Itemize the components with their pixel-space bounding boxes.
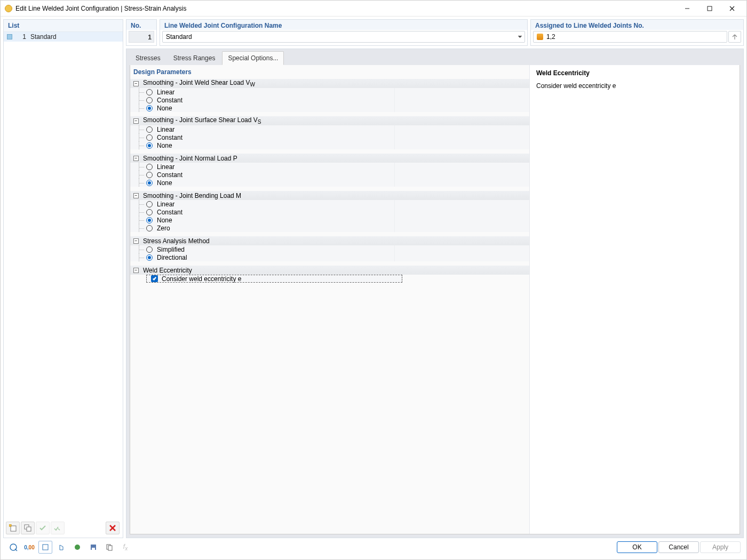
group-header-m[interactable]: − Smoothing - Joint Bending Load M: [130, 191, 529, 200]
option-p-none[interactable]: None: [130, 179, 529, 187]
option-method-simplified[interactable]: Simplified: [130, 245, 529, 253]
option-p-constant[interactable]: Constant: [130, 171, 529, 179]
option-m-zero[interactable]: Zero: [130, 224, 529, 232]
tab-stresses[interactable]: Stresses: [130, 51, 166, 65]
checkbox-icon: [151, 275, 158, 282]
group-label-vs: Smoothing - Joint Surface Shear Load VS: [143, 116, 261, 125]
group-label-method: Stress Analysis Method: [143, 237, 210, 245]
list-pane: List 1 Standard: [3, 19, 123, 538]
collapse-icon[interactable]: −: [133, 238, 139, 244]
group-label-vw: Smoothing - Joint Weld Shear Load VW: [143, 79, 255, 87]
assigned-label: Assigned to Line Welded Joints No.: [531, 20, 743, 30]
ok-button[interactable]: OK: [617, 541, 657, 553]
assigned-pick-button[interactable]: [728, 31, 741, 43]
info-title: Weld Eccentricity: [536, 69, 734, 77]
svg-rect-15: [92, 548, 95, 550]
toolbar-btn-4: [51, 522, 65, 534]
option-vs-constant[interactable]: Constant: [130, 133, 529, 141]
view-button-3[interactable]: [70, 541, 84, 554]
collapse-icon[interactable]: −: [133, 81, 139, 86]
svg-rect-1: [708, 6, 712, 11]
collapse-icon[interactable]: −: [133, 268, 139, 273]
duplicate-item-button[interactable]: [21, 522, 35, 534]
tab-stress-ranges[interactable]: Stress Ranges: [168, 51, 221, 65]
bottom-toolbar: 0,00 fx OK Cancel Apply: [3, 541, 744, 557]
new-item-button[interactable]: [6, 522, 20, 534]
svg-rect-5: [9, 524, 11, 526]
group-header-method[interactable]: − Stress Analysis Method: [130, 236, 529, 245]
app-icon: [5, 5, 12, 12]
list-toolbar: [4, 520, 123, 538]
list-header: List: [4, 20, 123, 32]
list-item-name: Standard: [30, 33, 120, 41]
option-vs-linear[interactable]: Linear: [130, 125, 529, 133]
copy-button[interactable]: [102, 541, 116, 554]
tabs-pane: Stresses Stress Ranges Special Options..…: [126, 49, 744, 538]
view-button-2[interactable]: [54, 541, 68, 554]
joint-icon: [537, 34, 543, 40]
config-name-field: Line Welded Joint Configuration Name Sta…: [160, 19, 528, 46]
option-p-linear[interactable]: Linear: [130, 163, 529, 171]
option-m-none[interactable]: None: [130, 216, 529, 224]
assigned-input[interactable]: 1,2: [533, 31, 727, 43]
svg-rect-7: [27, 527, 31, 531]
list-item-index: 1: [17, 33, 26, 41]
help-button[interactable]: [6, 541, 20, 554]
titlebar: Edit Line Welded Joint Configuration | S…: [1, 1, 746, 17]
collapse-icon[interactable]: −: [133, 193, 139, 198]
assigned-value: 1,2: [546, 33, 555, 41]
collapse-icon[interactable]: −: [133, 118, 139, 124]
option-vs-none[interactable]: None: [130, 141, 529, 149]
window-title: Edit Line Welded Joint Configuration | S…: [5, 5, 676, 12]
group-header-p[interactable]: − Smoothing - Joint Normal Load P: [130, 154, 529, 163]
group-header-vw[interactable]: − Smoothing - Joint Weld Shear Load VW: [130, 79, 529, 88]
tabstrip: Stresses Stress Ranges Special Options..…: [126, 49, 743, 65]
group-label-ecc: Weld Eccentricity: [143, 267, 192, 274]
maximize-button[interactable]: [698, 1, 721, 17]
window-title-text: Edit Line Welded Joint Configuration | S…: [15, 5, 186, 12]
toolbar-btn-3: [36, 522, 50, 534]
option-vw-none[interactable]: None: [130, 104, 529, 112]
config-name-label: Line Welded Joint Configuration Name: [160, 20, 527, 30]
option-method-directional[interactable]: Directional: [130, 253, 529, 261]
group-header-ecc[interactable]: − Weld Eccentricity: [130, 266, 529, 275]
number-label: No.: [126, 20, 156, 30]
info-pane: Weld Eccentricity Consider weld eccentri…: [529, 65, 740, 534]
parameters-area: Design Parameters − Smoothing - Joint We…: [130, 65, 529, 534]
minimize-button[interactable]: [676, 1, 698, 17]
list-item[interactable]: 1 Standard: [4, 32, 123, 42]
units-button[interactable]: 0,00: [22, 541, 36, 554]
delete-item-button[interactable]: [106, 522, 120, 534]
option-m-constant[interactable]: Constant: [130, 208, 529, 216]
group-label-m: Smoothing - Joint Bending Load M: [143, 192, 241, 199]
assigned-field: Assigned to Line Welded Joints No. 1,2: [530, 19, 744, 46]
parameters-header: Design Parameters: [130, 65, 529, 79]
close-button[interactable]: [721, 1, 743, 17]
cancel-button[interactable]: Cancel: [658, 541, 699, 553]
list-item-icon: [7, 34, 12, 39]
option-ecc-label: Consider weld eccentricity e: [162, 275, 243, 283]
option-vw-constant[interactable]: Constant: [130, 96, 529, 104]
save-button[interactable]: [86, 541, 100, 554]
number-field: No. 1: [126, 19, 157, 46]
function-button: fx: [118, 541, 132, 554]
group-header-vs[interactable]: − Smoothing - Joint Surface Shear Load V…: [130, 116, 529, 125]
option-ecc-consider[interactable]: Consider weld eccentricity e: [146, 275, 402, 283]
view-button-1[interactable]: [38, 541, 52, 554]
apply-button[interactable]: Apply: [700, 541, 741, 553]
option-vw-linear[interactable]: Linear: [130, 88, 529, 96]
svg-rect-17: [108, 546, 112, 550]
group-label-p: Smoothing - Joint Normal Load P: [143, 155, 237, 162]
info-text: Consider weld eccentricity e: [536, 82, 734, 90]
option-m-linear[interactable]: Linear: [130, 200, 529, 208]
tab-special-options[interactable]: Special Options...: [222, 51, 284, 65]
number-value[interactable]: 1: [129, 31, 154, 43]
svg-rect-12: [43, 545, 48, 550]
collapse-icon[interactable]: −: [133, 156, 139, 161]
config-name-select[interactable]: Standard: [162, 31, 525, 43]
svg-point-13: [75, 545, 80, 550]
main-window: Edit Line Welded Joint Configuration | S…: [0, 0, 747, 560]
